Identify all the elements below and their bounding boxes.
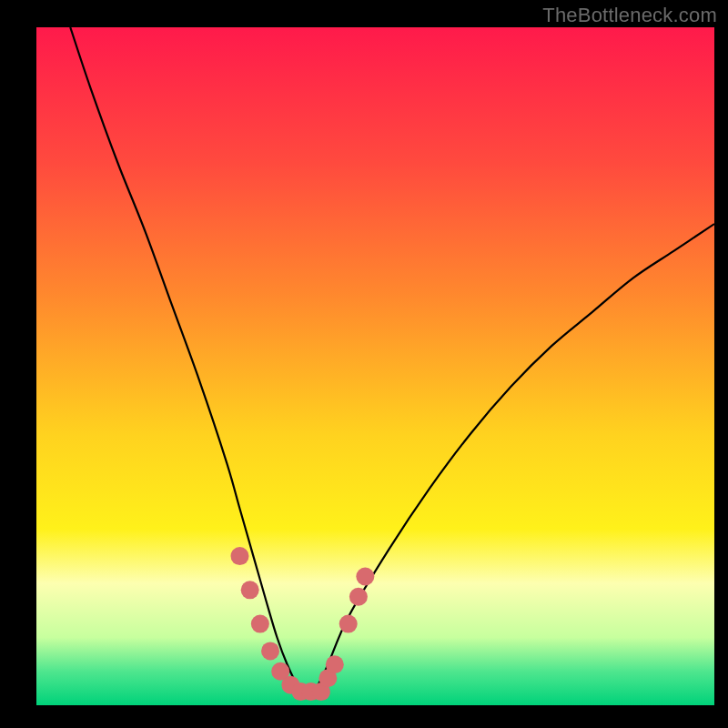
bottleneck-marker	[339, 615, 358, 633]
bottleneck-marker	[349, 588, 368, 606]
bottleneck-marker	[261, 642, 279, 660]
bottleneck-chart	[36, 27, 714, 705]
bottleneck-marker	[241, 581, 259, 599]
watermark-text: TheBottleneck.com	[542, 4, 717, 27]
gradient-background	[36, 27, 714, 705]
bottleneck-marker	[231, 547, 249, 565]
plot-area	[36, 27, 714, 705]
chart-frame: TheBottleneck.com	[0, 0, 728, 728]
bottleneck-marker	[326, 655, 344, 673]
bottleneck-marker	[356, 567, 374, 585]
bottleneck-marker	[251, 615, 269, 633]
